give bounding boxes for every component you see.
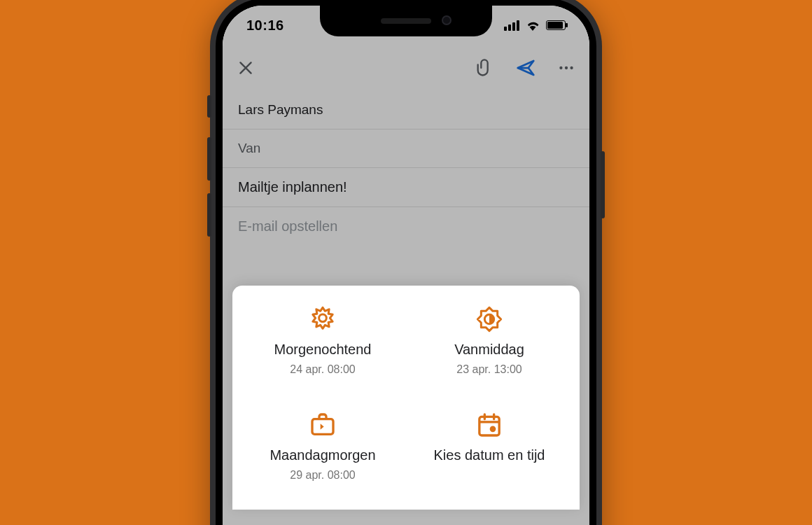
briefcase-icon	[309, 411, 337, 442]
power-button	[601, 151, 605, 218]
option-title: Maandagmorgen	[270, 447, 375, 463]
option-title: Morgenochtend	[274, 342, 372, 358]
svg-point-9	[490, 426, 496, 433]
speaker	[381, 18, 431, 24]
wifi-icon	[525, 20, 540, 31]
schedule-option-pick-datetime[interactable]: Kies datum en tijd	[406, 411, 573, 482]
screen: 10:16	[223, 6, 589, 525]
svg-point-4	[319, 314, 327, 322]
half-sun-icon	[475, 305, 503, 336]
sun-icon	[309, 305, 337, 336]
calendar-icon	[475, 411, 503, 442]
mute-switch	[207, 95, 211, 118]
svg-marker-3	[313, 307, 332, 328]
option-title: Kies datum en tijd	[434, 447, 545, 463]
option-subtitle: 24 apr. 08:00	[290, 363, 355, 376]
schedule-option-this-afternoon[interactable]: Vanmiddag 23 apr. 13:00	[406, 305, 573, 376]
status-indicators	[504, 20, 566, 31]
svg-rect-8	[479, 416, 499, 435]
option-title: Vanmiddag	[454, 342, 524, 358]
volume-up	[207, 137, 211, 181]
option-subtitle: 23 apr. 13:00	[456, 363, 522, 376]
schedule-option-monday-morning[interactable]: Maandagmorgen 29 apr. 08:00	[239, 411, 406, 482]
signal-icon	[504, 20, 519, 31]
front-camera	[442, 15, 451, 25]
schedule-send-sheet: Morgenochtend 24 apr. 08:00 Vanmiddag	[232, 286, 580, 510]
phone-frame: 10:16	[210, 0, 602, 525]
phone-bezel: 10:16	[216, 0, 596, 525]
notch	[320, 6, 492, 36]
battery-icon	[546, 20, 566, 30]
option-subtitle: 29 apr. 08:00	[290, 469, 355, 482]
volume-down	[207, 193, 211, 237]
status-time: 10:16	[246, 18, 284, 34]
compose-screen: Lars Paymans Van Mailtje inplannen! E-ma…	[223, 6, 589, 525]
schedule-option-tomorrow-morning[interactable]: Morgenochtend 24 apr. 08:00	[239, 305, 406, 376]
